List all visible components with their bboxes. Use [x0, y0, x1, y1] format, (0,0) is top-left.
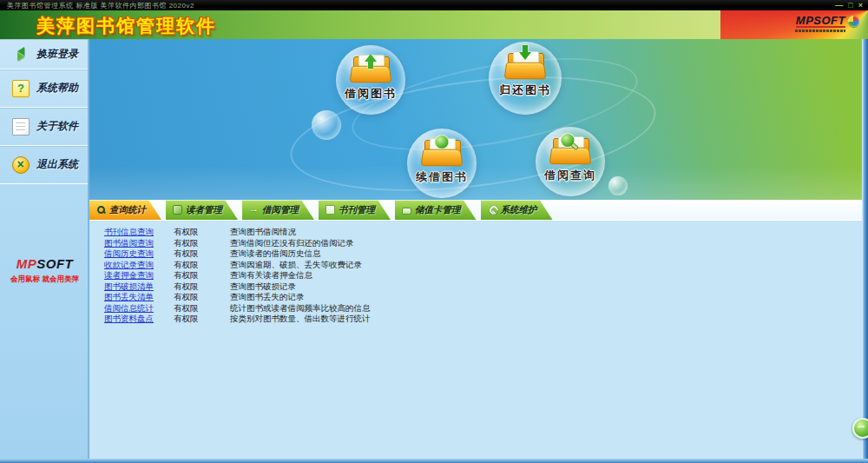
mpsoft-logo-text: MPSOFT — [796, 15, 845, 28]
link-book-inventory[interactable]: 图书资料盘点 — [104, 314, 154, 323]
sidebar: 换班登录 系统帮助 关于软件 退出系统 MPSOFT 会用鼠标 就会用美萍 — [0, 39, 89, 459]
table-row: 图书资料盘点 有权限 按类别对图书数量、借出数等进行统计 — [104, 314, 371, 325]
about-document-icon — [12, 118, 30, 136]
tab-bar: 查询统计 读者管理 借阅管理 书刊管理 储值卡管理 — [89, 200, 862, 220]
mpsoft-logo-icon — [848, 16, 859, 27]
permission-cell: 有权限 — [174, 292, 230, 303]
sidebar-item-exit-system[interactable]: 退出系统 — [0, 146, 88, 184]
tab-system-maintenance[interactable]: 系统维护 — [481, 200, 553, 220]
close-button[interactable]: × — [858, 2, 863, 10]
page-icon — [326, 205, 335, 215]
bubble-label: 归还图书 — [499, 83, 551, 98]
table-row: 读者押金查询 有权限 查询有关读者押金信息 — [104, 270, 371, 281]
tab-label: 书刊管理 — [339, 204, 375, 216]
permission-cell: 有权限 — [174, 238, 230, 249]
window-controls: — □ × — [835, 0, 863, 10]
description-cell: 查询有关读者押金信息 — [230, 270, 371, 281]
sidebar-item-label: 系统帮助 — [36, 81, 78, 96]
card-icon — [402, 208, 411, 215]
tab-borrow-management[interactable]: 借阅管理 — [242, 200, 314, 220]
window-body: 换班登录 系统帮助 关于软件 退出系统 MPSOFT 会用鼠标 就会用美萍 — [0, 39, 868, 459]
minimize-button[interactable]: — — [835, 2, 843, 10]
help-icon — [12, 80, 30, 97]
link-book-borrow-query[interactable]: 图书借阅查询 — [104, 238, 154, 248]
folder-search-icon — [550, 136, 590, 166]
permission-cell: 有权限 — [174, 260, 230, 271]
mpsoft-sidebar-logo: MPSOFT — [0, 256, 89, 271]
window-right-border — [862, 39, 868, 459]
sidebar-brand: MPSOFT 会用鼠标 就会用美萍 — [0, 256, 89, 285]
app-window: 美萍图书馆管理系统 标准版 美萍软件内部图书馆 2020v2 — □ × 美萍图… — [0, 0, 868, 463]
link-reader-deposit-query[interactable]: 读者押金查询 — [104, 270, 154, 280]
decorative-bubble — [608, 176, 628, 195]
maximize-button[interactable]: □ — [848, 2, 852, 10]
edge-expand-button[interactable] — [852, 418, 868, 439]
link-borrow-history-query[interactable]: 借阅历史查询 — [104, 248, 154, 258]
table-row: 收款记录查询 有权限 查询因逾期、破损、丢失等收费记录 — [104, 260, 371, 271]
tab-label: 储值卡管理 — [415, 204, 461, 216]
exit-icon — [12, 156, 30, 174]
tab-stored-value-card-management[interactable]: 储值卡管理 — [395, 200, 477, 220]
tab-query-statistics[interactable]: 查询统计 — [89, 200, 161, 220]
folder-arrow-down-icon — [505, 51, 545, 81]
window-bottom-border — [0, 459, 868, 463]
permission-cell: 有权限 — [174, 281, 230, 293]
sidebar-item-system-help[interactable]: 系统帮助 — [0, 69, 88, 108]
arrow-icon — [249, 205, 259, 215]
brand-tagline-decoration — [795, 30, 845, 32]
link-payment-record-query[interactable]: 收款记录查询 — [104, 260, 154, 269]
renew-books-bubble[interactable]: 续借图书 — [407, 129, 477, 198]
folder-renew-icon — [422, 138, 462, 168]
table-row: 图书借阅查询 有权限 查询借阅但还没有归还的借阅记录 — [104, 238, 371, 249]
permission-cell: 有权限 — [174, 303, 230, 314]
reader-icon — [173, 205, 182, 215]
description-cell: 统计图书或读者借阅频率比较高的信息 — [230, 303, 371, 314]
link-damaged-books-list[interactable]: 图书破损清单 — [104, 281, 154, 291]
query-statistics-panel: 书刊信息查询 有权限 查询图书借阅情况 图书借阅查询 有权限 查询借阅但还没有归… — [89, 220, 862, 459]
description-cell: 查询图书破损记录 — [230, 281, 371, 293]
window-title: 美萍图书馆管理系统 标准版 美萍软件内部图书馆 2020v2 — [7, 1, 194, 10]
sidebar-item-shift-login[interactable]: 换班登录 — [0, 39, 88, 69]
link-lost-books-list[interactable]: 图书丢失清单 — [104, 292, 154, 301]
sidebar-item-label: 换班登录 — [36, 47, 78, 62]
link-borrow-info-statistics[interactable]: 借阅信息统计 — [104, 303, 154, 313]
description-cell: 按类别对图书数量、借出数等进行统计 — [230, 314, 371, 325]
wrench-icon — [488, 205, 497, 215]
return-books-bubble[interactable]: 归还图书 — [489, 42, 562, 115]
permission-cell: 有权限 — [174, 248, 230, 260]
brand-soft: SOFT — [36, 256, 73, 271]
sidebar-item-label: 退出系统 — [36, 157, 78, 172]
sidebar-item-about-software[interactable]: 关于软件 — [0, 108, 88, 146]
magnifier-icon — [96, 205, 106, 215]
decorative-bubble — [312, 110, 341, 140]
folder-arrow-up-icon — [351, 55, 391, 84]
bubble-label: 借阅查询 — [544, 168, 596, 183]
table-row: 借阅历史查询 有权限 查询读者的借阅历史信息 — [104, 248, 371, 260]
borrow-query-bubble[interactable]: 借阅查询 — [536, 127, 605, 196]
window-titlebar: 美萍图书馆管理系统 标准版 美萍软件内部图书馆 2020v2 — □ × — [0, 0, 868, 10]
tab-book-management[interactable]: 书刊管理 — [319, 200, 391, 220]
link-book-info-query[interactable]: 书刊信息查询 — [104, 227, 154, 236]
tab-reader-management[interactable]: 读者管理 — [166, 200, 238, 220]
borrow-books-bubble[interactable]: 借阅图书 — [336, 45, 405, 115]
main-area: 借阅图书 归还图书 续借图书 — [89, 39, 862, 459]
description-cell: 查询图书丢失的记录 — [230, 292, 371, 303]
hero-area: 借阅图书 归还图书 续借图书 — [89, 39, 862, 200]
tab-label: 查询统计 — [109, 204, 146, 216]
brand-slogan: 会用鼠标 就会用美萍 — [0, 274, 89, 285]
description-cell: 查询图书借阅情况 — [230, 227, 371, 238]
description-cell: 查询借阅但还没有归还的借阅记录 — [230, 238, 371, 249]
bubble-label: 续借图书 — [416, 169, 468, 185]
sidebar-item-label: 关于软件 — [36, 119, 78, 134]
permission-cell: 有权限 — [174, 314, 230, 325]
app-header: 美萍图书馆管理软件 MPSOFT — [0, 10, 868, 39]
table-row: 图书破损清单 有权限 查询图书破损记录 — [104, 281, 371, 293]
app-title: 美萍图书馆管理软件 — [36, 14, 216, 38]
table-row: 书刊信息查询 有权限 查询图书借阅情况 — [104, 227, 371, 238]
permission-cell: 有权限 — [174, 270, 230, 281]
permission-cell: 有权限 — [174, 227, 230, 238]
bubble-label: 借阅图书 — [345, 86, 397, 102]
table-row: 借阅信息统计 有权限 统计图书或读者借阅频率比较高的信息 — [104, 303, 371, 314]
description-cell: 查询因逾期、破损、丢失等收费记录 — [230, 260, 371, 271]
description-cell: 查询读者的借阅历史信息 — [230, 248, 371, 260]
